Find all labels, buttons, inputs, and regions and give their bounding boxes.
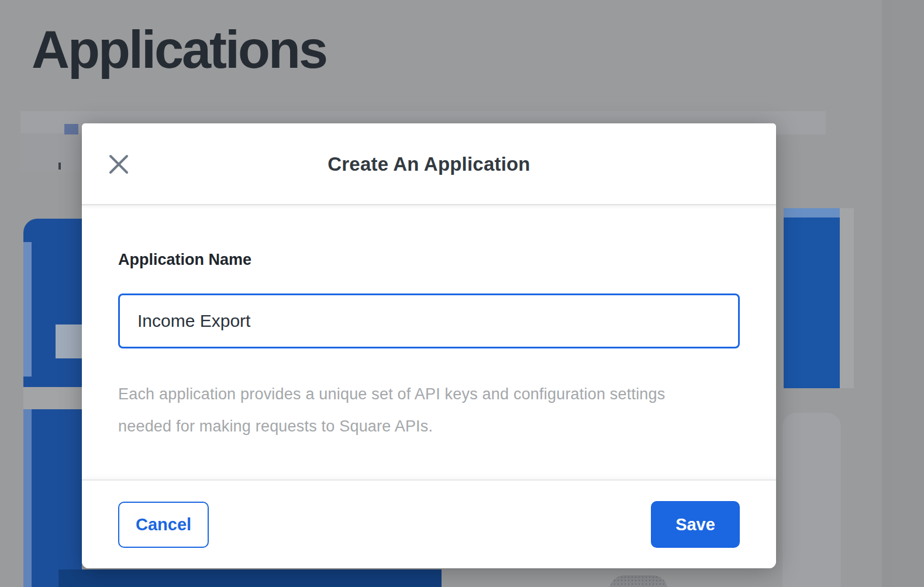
modal-title: Create An Application: [82, 123, 776, 205]
cancel-button[interactable]: Cancel: [118, 502, 209, 548]
blurred-text-mark: [58, 163, 61, 170]
modal-header: Create An Application: [82, 123, 776, 205]
blurred-card-highlight: [56, 324, 82, 358]
helper-text: Each application provides a unique set o…: [118, 378, 720, 443]
create-application-modal: Create An Application Application Name E…: [82, 123, 776, 568]
blurred-blue-card-left-bottom: [23, 409, 82, 587]
blurred-avatar: [609, 575, 668, 587]
application-name-input[interactable]: [118, 294, 740, 348]
page-title: Applications: [32, 20, 326, 80]
blurred-blue-band-bottom: [58, 569, 442, 587]
blurred-card-right-edge: [840, 208, 854, 388]
blurred-blue-card-left-top: [23, 219, 82, 387]
blurred-card-gap: [23, 387, 82, 409]
blurred-blue-card-right: [784, 208, 840, 388]
blurred-gray-card-right: [782, 413, 841, 587]
application-name-label: Application Name: [118, 251, 251, 269]
blurred-content-band-left: [20, 133, 82, 171]
modal-footer: Cancel Save: [82, 479, 776, 568]
background-seam: [882, 0, 924, 587]
save-button[interactable]: Save: [651, 501, 740, 548]
blurred-link-chip: [64, 124, 78, 134]
